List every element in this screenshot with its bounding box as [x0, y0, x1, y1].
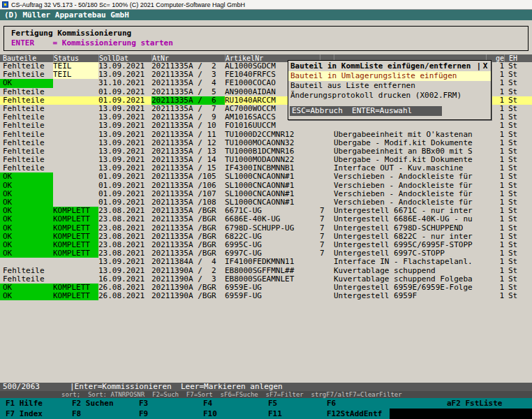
cell-beschreibung: Übergabeeinheit an BBx00 mit S	[334, 147, 486, 156]
cell-artikelnr: IF4300INCBMNNB1	[225, 164, 320, 172]
table-row[interactable]: OK 01.09.2021 20211335A /107 SL1000CNCAO…	[0, 190, 532, 198]
cell-artikelnr: IF4100FEDKMNN11	[225, 258, 320, 266]
table-row[interactable]: OK KOMPLETT 23.08.2021 20211335A /BGR 66…	[0, 215, 532, 223]
cell-artikelnr: 6959F-UG	[225, 292, 320, 300]
cell-solldat: 13.09.2021	[98, 147, 152, 156]
cell-status	[53, 182, 98, 190]
cell-eh: St	[504, 190, 528, 198]
cell-eh: St	[504, 164, 528, 172]
table-row[interactable]: Fehlteile 13.09.2021 20211390A / 2 EB800…	[0, 267, 532, 275]
cell-solldat: 13.09.2021	[98, 122, 152, 130]
cell-solldat: 23.08.2021	[98, 224, 152, 233]
cell-num: 7	[320, 215, 334, 223]
cell-menge: 1	[486, 275, 504, 284]
fkey-f12staddentf[interactable]: F12StAddEntf	[327, 409, 382, 419]
cell-menge: 1	[486, 182, 504, 190]
cell-status: KOMPLETT	[53, 215, 98, 223]
table-row[interactable]: OK KOMPLETT 23.08.2021 20211335A /BGR 69…	[0, 241, 532, 249]
table-row[interactable]: OK KOMPLETT 23.08.2021 20211335A /BGR 67…	[0, 224, 532, 233]
cell-menge: 1	[486, 258, 504, 266]
popup-menu-item[interactable]: Bauteil aus Liste entfernen	[288, 81, 491, 91]
popup-menu-item[interactable]: Bauteil in Umlagerungsliste einfügen	[288, 71, 491, 81]
table-row[interactable]: OK KOMPLETT 23.08.2021 20211335A /BGR 68…	[0, 233, 532, 241]
cell-eh: St	[504, 267, 528, 275]
fkey-f5[interactable]: F5	[268, 399, 277, 409]
table-row[interactable]: OK KOMPLETT 26.08.2021 20211390A /BGR 69…	[0, 284, 532, 292]
fkey-f11[interactable]: F11	[268, 409, 282, 419]
fkey-f3[interactable]: F3	[139, 399, 148, 409]
fkey-af2[interactable]: aF2 FstListe	[447, 399, 502, 409]
cell-status	[53, 258, 98, 266]
close-icon[interactable]: X	[482, 61, 489, 71]
table-row[interactable]: Fehlteile 13.09.2021 20211335A / 15 IF43…	[0, 164, 532, 172]
table-row[interactable]: Fehlteile 13.09.2021 20211335A / 10 FO10…	[0, 122, 532, 130]
cell-beschreibung: Verschieben - Andockleiste für	[334, 198, 486, 207]
cell-artikelnr: SL1000CNCAONN#1	[225, 190, 320, 198]
fkey-f9[interactable]: F9	[139, 409, 148, 419]
popup-menu-item[interactable]: Änderungsprotokoll drucken (X002.FRM)	[288, 91, 491, 101]
cell-solldat: 13.09.2021	[98, 139, 152, 147]
sort-bar: sort; Sort: ATNRPOSNR F2=Such F7=Sort sF…	[0, 391, 532, 398]
cell-artikelnr: SL1000CNCAONN#1	[225, 198, 320, 207]
cell-bauteile: Fehlteile	[0, 113, 53, 122]
fkey-f1[interactable]: F1 Hilfe	[6, 399, 43, 409]
fkey-f7[interactable]: F7 Index	[6, 409, 43, 419]
cell-eh: St	[504, 249, 528, 258]
cell-artikelnr: TU1000MODAONN22	[225, 156, 320, 164]
cell-bauteile: OK	[0, 284, 53, 292]
cell-beschreibung: Interface OUT - Kuv.maschine	[334, 164, 486, 172]
table-row[interactable]: Fehlteile 16.09.2021 20211390A / 3 EB800…	[0, 275, 532, 284]
cell-bauteile: Fehlteile	[0, 62, 53, 71]
cell-artikelnr: TU1000D2CCMNR12	[225, 131, 320, 139]
cell-beschreibung: Untergestell 6959E/6959E-Folge	[334, 284, 486, 292]
cell-beschreibung: Untergestell 6686E-40K-UG - nu	[334, 215, 486, 223]
cell-status: KOMPLETT	[53, 233, 98, 241]
cell-artikelnr: 6671C-UG	[225, 207, 320, 215]
cell-eh: St	[504, 71, 528, 79]
cell-atnr: 20211335A / 15	[152, 164, 225, 172]
cell-atnr: 20211390A /BGR	[152, 284, 225, 292]
cell-status	[53, 147, 98, 156]
cell-num: 7	[320, 224, 334, 233]
table-row[interactable]: Fehlteile 13.09.2021 20211335A / 11 TU10…	[0, 131, 532, 139]
cell-status	[53, 190, 98, 198]
cell-status	[53, 131, 98, 139]
table-row[interactable]: Fehlteile 13.09.2021 20211335A / 12 TU10…	[0, 139, 532, 147]
table-row[interactable]: Fehlteile 13.09.2021 20211335A / 13 TU10…	[0, 147, 532, 156]
cell-bauteile	[0, 258, 53, 266]
cell-eh: St	[504, 275, 528, 284]
cell-bauteile: Fehlteile	[0, 122, 53, 130]
fkey-f4[interactable]: F4	[203, 399, 212, 409]
fkey-f8[interactable]: F8	[72, 409, 81, 419]
table-row[interactable]: OK KOMPLETT 23.08.2021 20211335A /BGR 66…	[0, 207, 532, 215]
cell-num	[320, 131, 334, 139]
cell-beschreibung: Untergestell 6822C - nur inter	[334, 233, 486, 241]
cell-num	[320, 147, 334, 156]
table-row[interactable]: OK 01.09.2021 20211335A /105 SL1000CNCAO…	[0, 172, 532, 181]
cell-num	[320, 284, 334, 292]
table-row[interactable]: OK 01.09.2021 20211335A /108 SL1000CNCAO…	[0, 198, 532, 207]
fkey-f6[interactable]: F6	[327, 399, 336, 409]
app-icon-detail	[4, 3, 6, 6]
cell-solldat: 13.09.2021	[98, 258, 152, 266]
cell-solldat: 26.08.2021	[98, 292, 152, 300]
table-row[interactable]: OK 01.09.2021 20211335A /106 SL1000CNCAO…	[0, 182, 532, 190]
table-row[interactable]: OK KOMPLETT 26.08.2021 20211390A /BGR 69…	[0, 292, 532, 300]
cell-atnr: 20211335A /108	[152, 198, 225, 207]
fkey-f2[interactable]: F2 Suchen	[72, 399, 114, 409]
cell-status: KOMPLETT	[53, 292, 98, 300]
table-row[interactable]: 13.09.2021 20211384A / 4 IF4100FEDKMNN11…	[0, 258, 532, 266]
cell-eh: St	[504, 105, 528, 113]
popup-close-divider: |	[475, 61, 482, 71]
cell-atnr: 20211335A / 6	[152, 96, 225, 105]
cell-menge: 1	[486, 164, 504, 172]
cell-menge: 1	[486, 190, 504, 198]
cell-bauteile: OK	[0, 207, 53, 215]
fkey-f10[interactable]: F10	[203, 409, 217, 419]
table-row[interactable]: OK KOMPLETT 23.08.2021 20211335A /BGR 69…	[0, 249, 532, 258]
table-row[interactable]: Fehlteile 13.09.2021 20211335A / 14 TU10…	[0, 156, 532, 164]
info-panel: Fertigung Kommissionierung ENTER = Kommi…	[3, 26, 529, 51]
cell-atnr: 20211335A / 2	[152, 62, 225, 71]
cell-menge: 1	[486, 147, 504, 156]
cell-solldat: 23.08.2021	[98, 241, 152, 249]
